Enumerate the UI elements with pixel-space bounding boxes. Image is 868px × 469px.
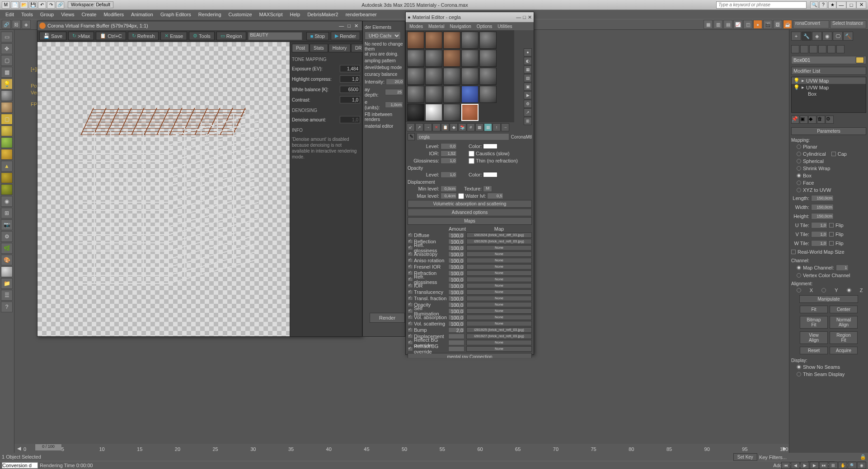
mat-menu-navigation[interactable]: Navigation [447,23,474,29]
vfb-tab-stats[interactable]: Stats [310,44,328,52]
map-chk-14[interactable] [408,321,413,326]
rp-icon-4[interactable] [818,45,826,53]
mat-menu-material[interactable]: Material [426,23,447,29]
app-icon[interactable]: M [2,1,10,9]
mat-titlebar[interactable]: ● Material Editor - cegla — □ ✕ [406,12,534,22]
object-name-field[interactable]: Box001 [791,56,866,64]
map-amt-18[interactable] [448,346,464,352]
mat-type-label[interactable]: CoronaMtl [511,135,532,139]
cp-tab-create[interactable]: + [791,32,801,41]
map-chk-18[interactable] [408,347,413,351]
viewport[interactable]: [+][VRayP To Polys: To Verts: 7 FPS: 1 C… [14,30,868,469]
configure-icon[interactable]: ⚙ [826,116,834,124]
rs-render-btn[interactable]: Render [370,313,405,323]
disp-min-spinner[interactable] [441,186,457,192]
map-amt-0[interactable]: 100,0 [448,232,464,238]
keyfilters-btn[interactable]: Key Filters... [759,455,787,460]
layers-icon[interactable]: ▤ [723,20,732,29]
show-result-icon[interactable]: ▣ [800,116,808,124]
map-amt-2[interactable]: 100,0 [448,245,464,251]
radio-z[interactable] [847,288,851,293]
get-mat-icon[interactable]: ↙ [407,123,415,131]
menu-renderbeamer[interactable]: renderbeamer [342,11,380,18]
menu-maxscript[interactable]: MAXScript [256,11,286,18]
assign-mat-icon[interactable]: → [424,123,432,131]
grid-icon[interactable]: ▦ [1,67,13,78]
vfb-render-btn[interactable]: ▶Render [331,32,360,40]
nav-4-icon[interactable]: ◉ [857,462,866,469]
map-amt-5[interactable]: 100,0 [448,264,464,269]
next-frame-icon[interactable]: ▶ [810,462,819,469]
water-checkbox[interactable] [458,193,464,199]
wb-spinner[interactable] [340,86,360,93]
mirror-icon[interactable]: ▦ [704,20,713,29]
map-btn-11[interactable]: None [466,302,532,307]
width-spinner[interactable] [811,204,834,210]
redo-icon[interactable]: ↷ [47,1,55,9]
mat-slot-16[interactable] [407,86,424,103]
goto-end-icon[interactable]: ⏭ [819,462,828,469]
vfb-tab-history[interactable]: History [328,44,351,52]
pick-mat-icon[interactable]: ✎ [408,133,415,140]
nav-1-icon[interactable]: ⊞ [829,462,838,469]
help-search-input[interactable] [716,1,807,9]
map-btn-13[interactable]: None [466,315,532,320]
rp-icon-1[interactable] [791,45,799,53]
vfb-max-btn[interactable]: ↻>Max [68,32,94,40]
mat-slot-23[interactable] [443,104,460,121]
render-setup-icon[interactable]: 🎬 [763,20,772,29]
gear-tool-icon[interactable]: ⚙ [1,231,13,242]
mat-slot-8[interactable] [443,50,460,67]
mat-slot-9[interactable] [461,50,479,67]
mat-slot-19[interactable] [461,86,479,103]
stack-uvwmap-2[interactable]: 💡▸UVW Map [792,84,866,91]
sample-type-icon[interactable]: ● [524,48,532,56]
pin-stack-icon[interactable]: 📌 [791,116,799,124]
map-chk-3[interactable] [408,252,413,256]
map-amt-14[interactable]: 100,0 [448,321,464,326]
save-icon[interactable]: 💾 [29,1,37,9]
render-view[interactable] [38,42,290,336]
map-btn-10[interactable]: None [466,296,532,301]
radio-vertex[interactable] [797,273,801,278]
rp-icon-3[interactable] [809,45,817,53]
backlight-icon[interactable]: ◐ [524,57,532,65]
render-frame-icon[interactable]: 🖼 [773,20,782,29]
isolate-icon[interactable]: ◉ [1,196,13,207]
unlink-icon[interactable]: ⛓ [12,20,21,29]
preview-icon[interactable]: ▶ [524,91,532,99]
map-amt-10[interactable]: 100,0 [448,296,464,301]
radio-cyl[interactable] [797,152,801,156]
star-icon[interactable]: ★ [828,1,836,9]
conversion-input[interactable] [2,462,38,469]
map-btn-14[interactable]: None [466,321,532,326]
reset-mat-icon[interactable]: ✕ [432,123,441,131]
map-btn-18[interactable]: None [466,346,532,352]
material-editor-icon[interactable]: ● [753,20,762,29]
radio-mapchannel[interactable] [797,265,801,270]
map-chk-7[interactable] [408,277,413,282]
wflip-checkbox[interactable] [829,241,834,246]
map-btn-4[interactable]: None [466,258,532,263]
vfb-tab-post[interactable]: Post [292,44,309,52]
link-icon[interactable]: 🔗 [56,1,64,9]
viewalign-btn[interactable]: View Align [800,331,828,344]
mat-slot-18[interactable] [443,86,460,103]
highlight-spinner[interactable] [340,75,360,83]
cp-tab-hierarchy[interactable]: ◈ [812,32,822,41]
rs-elements[interactable]: der Elements [365,25,403,30]
rs-intensity-spinner[interactable] [386,79,404,85]
map-btn-15[interactable]: i281925 (brick_red_refl_03.jpg) [466,327,532,333]
mat-slot-3[interactable] [443,32,460,49]
uv-tiling-icon[interactable]: ▤ [524,74,532,82]
select-by-mat-icon[interactable]: ↗ [524,108,532,116]
sphere-lt-icon[interactable] [1,266,13,277]
leaf-icon[interactable]: 🌿 [1,243,13,254]
map-chk-13[interactable] [408,315,413,320]
put-to-lib-icon[interactable]: 📚 [458,123,466,131]
reset-btn[interactable]: Reset [800,347,828,354]
sphere-dkyellow-icon[interactable] [1,172,13,183]
mat-close-icon[interactable]: ✕ [528,14,532,20]
close-icon[interactable]: ✕ [856,1,866,9]
regionfit-btn[interactable]: Region Fit [830,331,858,344]
